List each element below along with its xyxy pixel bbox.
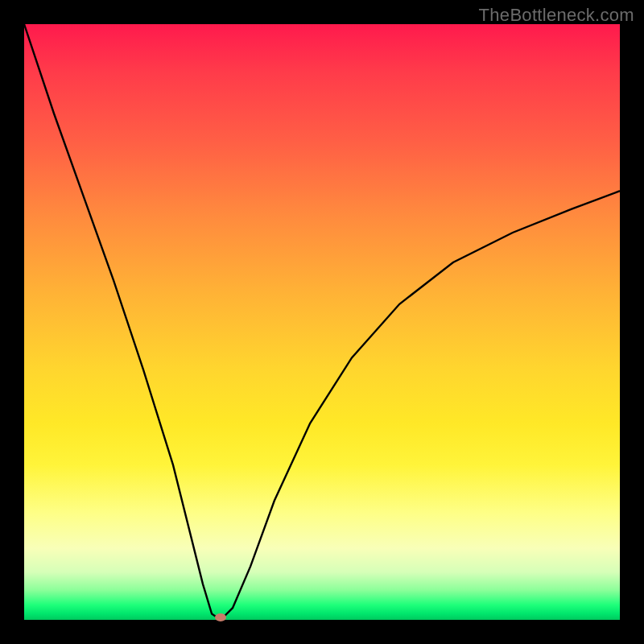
minimum-marker-dot xyxy=(215,613,226,621)
bottleneck-curve xyxy=(24,24,620,620)
watermark-text: TheBottleneck.com xyxy=(479,5,634,26)
chart-frame xyxy=(24,24,620,620)
